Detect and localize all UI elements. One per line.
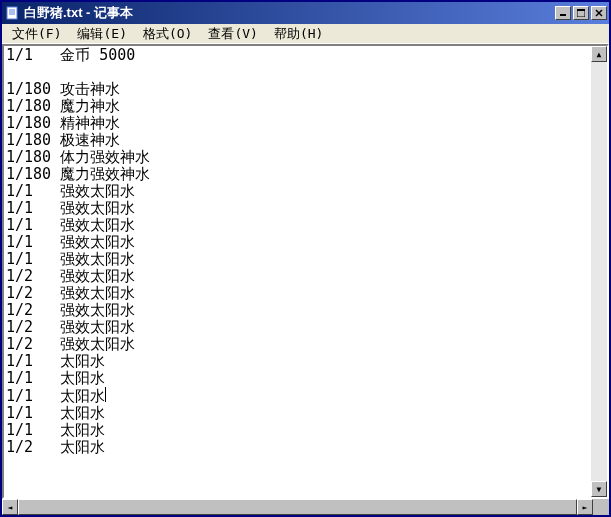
text-line: 1/1 强效太阳水 — [6, 183, 589, 200]
text-line: 1/1 强效太阳水 — [6, 234, 589, 251]
text-line: 1/180 攻击神水 — [6, 81, 589, 98]
scroll-right-button[interactable]: ► — [577, 499, 593, 515]
text-line: 1/1 太阳水 — [6, 353, 589, 370]
window-controls — [555, 6, 607, 20]
text-line: 1/1 太阳水 — [6, 405, 589, 422]
text-line: 1/180 体力强效神水 — [6, 149, 589, 166]
text-line: 1/1 太阳水 — [6, 370, 589, 387]
titlebar[interactable]: 白野猪.txt - 记事本 — [2, 2, 609, 24]
text-line: 1/1 强效太阳水 — [6, 200, 589, 217]
text-cursor — [105, 387, 106, 402]
window-title: 白野猪.txt - 记事本 — [24, 4, 555, 22]
text-line: 1/2 强效太阳水 — [6, 302, 589, 319]
text-line: 1/2 强效太阳水 — [6, 285, 589, 302]
text-editor[interactable]: 1/1 金币 5000 1/180 攻击神水1/180 魔力神水1/180 精神… — [4, 46, 591, 497]
menu-view[interactable]: 查看(V) — [200, 24, 265, 44]
text-line: 1/2 强效太阳水 — [6, 336, 589, 353]
text-line: 1/2 太阳水 — [6, 439, 589, 456]
text-line: 1/180 魔力神水 — [6, 98, 589, 115]
menu-file[interactable]: 文件(F) — [4, 24, 69, 44]
resize-grip[interactable] — [593, 499, 609, 515]
maximize-button[interactable] — [573, 6, 589, 20]
menu-format[interactable]: 格式(O) — [135, 24, 200, 44]
scroll-thumb-horizontal[interactable] — [18, 499, 577, 515]
scroll-track-vertical[interactable] — [591, 62, 607, 481]
text-line: 1/1 强效太阳水 — [6, 217, 589, 234]
scroll-up-button[interactable]: ▲ — [591, 46, 607, 62]
text-line: 1/1 强效太阳水 — [6, 251, 589, 268]
horizontal-scrollbar[interactable]: ◄ ► — [2, 499, 593, 515]
menu-edit[interactable]: 编辑(E) — [69, 24, 134, 44]
text-line: 1/180 极速神水 — [6, 132, 589, 149]
close-button[interactable] — [591, 6, 607, 20]
text-line: 1/180 魔力强效神水 — [6, 166, 589, 183]
text-line — [6, 64, 589, 81]
bottom-scroll-area: ◄ ► — [2, 499, 609, 515]
menubar: 文件(F) 编辑(E) 格式(O) 查看(V) 帮助(H) — [2, 24, 609, 44]
app-icon — [4, 5, 20, 21]
text-line: 1/180 精神神水 — [6, 115, 589, 132]
text-line: 1/1 太阳水 — [6, 387, 589, 405]
menu-help[interactable]: 帮助(H) — [266, 24, 331, 44]
scroll-down-button[interactable]: ▼ — [591, 481, 607, 497]
minimize-button[interactable] — [555, 6, 571, 20]
text-line: 1/1 太阳水 — [6, 422, 589, 439]
vertical-scrollbar[interactable]: ▲ ▼ — [591, 46, 607, 497]
text-line: 1/2 强效太阳水 — [6, 319, 589, 336]
text-line: 1/1 金币 5000 — [6, 47, 589, 64]
scroll-track-horizontal[interactable] — [18, 499, 577, 515]
svg-rect-0 — [7, 7, 17, 19]
scroll-left-button[interactable]: ◄ — [2, 499, 18, 515]
content-frame: 1/1 金币 5000 1/180 攻击神水1/180 魔力神水1/180 精神… — [2, 44, 609, 499]
notepad-window: 白野猪.txt - 记事本 文件(F) 编辑(E) 格式(O) 查看(V) 帮助… — [0, 0, 611, 517]
text-line: 1/2 强效太阳水 — [6, 268, 589, 285]
